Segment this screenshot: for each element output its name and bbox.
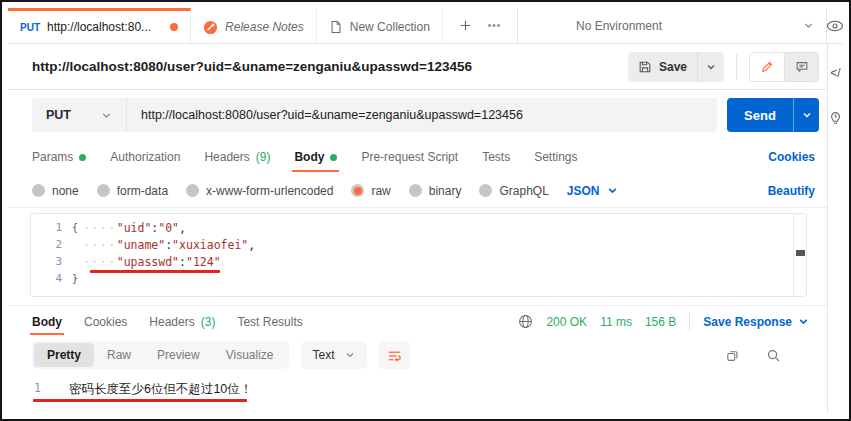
mode-none[interactable]: none [32,184,79,198]
save-response-button[interactable]: Save Response [703,315,809,329]
request-tabs: Params Authorization Headers (9) Body Pr… [8,140,827,174]
body-row: http://localhost:8080/user?uid=&uname=ze… [8,44,843,413]
tab-settings[interactable]: Settings [534,140,577,174]
tabbar-divider [517,8,518,43]
tab-headers[interactable]: Headers (9) [204,140,270,174]
tab-pre-request-script[interactable]: Pre-request Script [361,140,458,174]
tab-params[interactable]: Params [32,140,86,174]
format-select[interactable]: Text [301,341,367,369]
response-tab-test-results-label: Test Results [237,315,302,329]
url-bar: PUT http://localhost:8080/user?uid=&unam… [32,98,717,132]
tab-tests-label: Tests [482,150,510,164]
globe-network-icon[interactable] [518,314,533,329]
lightbulb-icon[interactable] [828,110,843,126]
tab-headers-label: Headers [204,150,249,164]
body-mode-row: none form-data x-www-form-urlencoded raw… [8,174,827,208]
mode-raw[interactable]: raw [351,184,390,198]
radio-none[interactable] [32,184,45,197]
chevron-down-icon [803,20,814,31]
environment-selector[interactable]: No Environment [564,8,826,43]
save-button[interactable]: Save [628,52,724,82]
json-colon: : [151,221,158,235]
tab-release-notes-label: Release Notes [225,20,304,34]
eye-icon [827,19,843,33]
view-visualize[interactable]: Visualize [213,343,287,367]
editor-scrollbar-thumb[interactable] [796,250,805,256]
json-value: "xuxiaofei" [172,238,248,252]
wrap-lines-button[interactable] [379,341,410,369]
status-badge: 200 OK [546,315,587,329]
save-response-label: Save Response [703,315,792,329]
request-tab-active[interactable]: PUT http://localhost:80... [8,8,191,43]
more-tabs-icon[interactable]: ••• [488,20,502,31]
mode-graphql[interactable]: GraphQL [479,184,548,198]
fold-brace[interactable]: { [67,222,83,233]
request-title-row: http://localhost:8080/user?uid=&uname=ze… [8,44,827,90]
unsaved-changes-dot [170,23,178,31]
radio-urlencoded[interactable] [186,184,199,197]
code-snippet-icon[interactable]: </ [830,66,840,80]
language-select[interactable]: JSON [567,184,618,198]
save-options-caret[interactable] [697,52,724,82]
search-icon[interactable] [766,348,781,363]
beautify-link[interactable]: Beautify [768,184,815,198]
cookies-link[interactable]: Cookies [768,150,815,164]
wrap-text-icon [387,348,402,363]
environment-quicklook[interactable] [827,8,843,43]
chevron-down-icon [345,350,355,360]
json-value: "0" [158,221,179,235]
line-number: 4 [31,272,67,285]
radio-binary[interactable] [409,184,422,197]
tab-new-collection[interactable]: New Collection [317,8,443,43]
mode-binary[interactable]: binary [409,184,462,198]
response-header: Body Cookies Headers (3) Test Results 20… [8,305,827,337]
response-tab-headers[interactable]: Headers (3) [149,306,215,337]
method-select[interactable]: PUT [32,98,127,132]
comments-button[interactable] [784,53,818,81]
title-actions-divider [736,54,737,80]
radio-form-data[interactable] [97,184,110,197]
format-label: Text [313,348,335,362]
line-number: 3 [31,255,67,268]
line-number: 2 [31,238,67,251]
editor-scrollbar[interactable] [793,214,806,296]
json-value: "124" [186,255,221,269]
radio-graphql[interactable] [479,184,492,197]
response-size: 156 B [645,315,676,329]
view-pretty[interactable]: Pretty [34,343,94,367]
url-input[interactable]: http://localhost:8080/user?uid=&uname=ze… [127,108,523,122]
view-preview[interactable]: Preview [144,343,213,367]
json-colon: : [179,255,186,269]
body-active-dot [330,154,337,161]
screenshot-frame: PUT http://localhost:80... Release Notes… [0,0,851,421]
response-tab-body[interactable]: Body [32,306,62,337]
radio-raw-selected[interactable] [351,184,364,197]
tab-authorization[interactable]: Authorization [110,140,180,174]
view-raw[interactable]: Raw [94,343,144,367]
chevron-down-icon [101,110,112,121]
response-tab-cookies[interactable]: Cookies [84,306,127,337]
mode-form-data[interactable]: form-data [97,184,168,198]
copy-icon[interactable] [725,348,740,363]
tab-tests[interactable]: Tests [482,140,510,174]
mode-form-data-label: form-data [117,184,168,198]
tab-new-collection-label: New Collection [350,20,430,34]
edit-documentation-button[interactable] [750,53,784,81]
fold-brace[interactable]: } [67,273,83,284]
tab-settings-label: Settings [534,150,577,164]
mode-urlencoded-label: x-www-form-urlencoded [206,184,333,198]
send-options-caret[interactable] [793,98,819,132]
response-body[interactable]: 1 密码长度至少6位但不超过10位！ [8,373,827,413]
new-tab-plus-icon[interactable] [459,19,472,32]
mode-none-label: none [52,184,79,198]
tab-body[interactable]: Body [294,140,337,174]
request-body-editor[interactable]: 1 { ···· "uid":"0", 2 ···· "uname":"xuxi… [30,213,807,297]
response-line-number: 1 [34,381,41,413]
mode-urlencoded[interactable]: x-www-form-urlencoded [186,184,333,198]
editor-line: 1 { ···· "uid":"0", [31,219,806,236]
response-tab-test-results[interactable]: Test Results [237,306,302,337]
request-title-actions: Save [628,52,819,82]
tab-release-notes[interactable]: Release Notes [191,8,317,43]
postman-logo-icon [203,20,218,35]
send-button[interactable]: Send [727,98,819,132]
